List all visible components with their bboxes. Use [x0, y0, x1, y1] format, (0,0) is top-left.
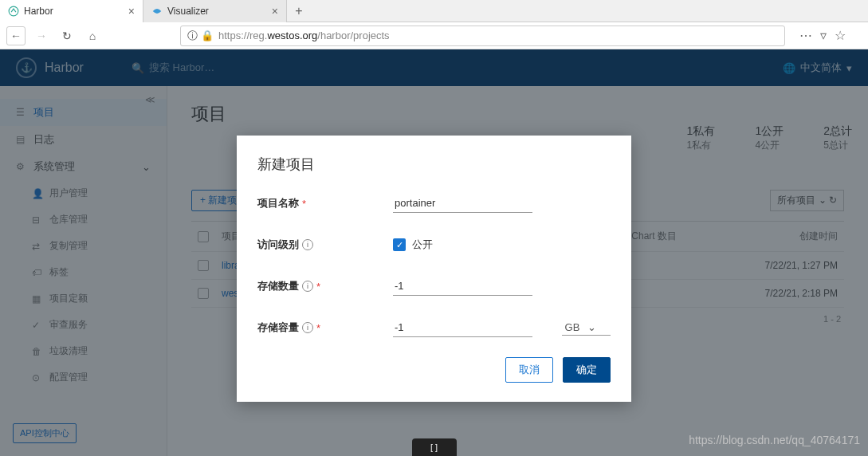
field-label-storage-cap: 存储容量 i *	[257, 320, 393, 335]
info-icon[interactable]: i	[302, 239, 313, 250]
storage-cap-input[interactable]	[393, 318, 532, 337]
chevron-down-icon: ⌄	[587, 321, 596, 333]
field-label-name: 项目名称*	[257, 196, 393, 210]
browser-tabs: Harbor × Visualizer × +	[0, 0, 868, 22]
browser-tab-visualizer[interactable]: Visualizer ×	[143, 0, 287, 22]
visualizer-favicon-icon	[151, 6, 163, 17]
modal-overlay[interactable]: 新建项目 项目名称* 访问级别 i ✓ 公开 存储数量 i *	[0, 49, 868, 456]
modal-title: 新建项目	[257, 155, 611, 174]
screenshot-tool-icon[interactable]: [ ]	[412, 438, 457, 456]
pocket-icon[interactable]: ▿	[820, 28, 827, 43]
back-button[interactable]: ←	[6, 26, 26, 45]
tab-title: Visualizer	[167, 6, 209, 17]
bookmark-icon[interactable]: ☆	[835, 28, 846, 43]
close-icon[interactable]: ×	[272, 5, 278, 18]
harbor-favicon-icon	[8, 6, 19, 17]
close-icon[interactable]: ×	[128, 5, 135, 18]
forward-button[interactable]: →	[32, 26, 51, 45]
more-icon[interactable]: ⋯	[799, 28, 812, 43]
project-name-input[interactable]	[393, 194, 532, 213]
public-label: 公开	[412, 238, 433, 252]
browser-tab-harbor[interactable]: Harbor ×	[0, 0, 143, 22]
tab-title: Harbor	[24, 6, 53, 17]
svg-point-0	[9, 6, 18, 16]
new-tab-button[interactable]: +	[287, 4, 311, 18]
app-root: ⚓ Harbor 🔍 搜索 Harbor… 🌐 中文简体 ▾ ≪ ☰ 项目 ▤ …	[0, 49, 868, 456]
storage-unit-select[interactable]: GB ⌄	[562, 320, 611, 336]
field-label-storage-count: 存储数量 i *	[257, 279, 393, 293]
field-label-access: 访问级别 i	[257, 238, 393, 252]
storage-count-input[interactable]	[393, 277, 532, 296]
url-bar[interactable]: ⓘ 🔒 https://reg.westos.org/harbor/projec…	[180, 26, 785, 46]
new-project-modal: 新建项目 项目名称* 访问级别 i ✓ 公开 存储数量 i *	[237, 136, 631, 402]
home-button[interactable]: ⌂	[83, 26, 102, 45]
reload-button[interactable]: ↻	[57, 26, 77, 45]
ok-button[interactable]: 确定	[563, 357, 611, 383]
public-checkbox[interactable]: ✓	[393, 238, 406, 251]
watermark: https://blog.csdn.net/qq_40764171	[689, 434, 860, 446]
lock-warning-icon[interactable]: 🔒	[201, 29, 214, 41]
info-icon[interactable]: i	[302, 281, 313, 292]
browser-toolbar: ← → ↻ ⌂ ⓘ 🔒 https://reg.westos.org/harbo…	[0, 22, 868, 49]
url-text: https://reg.westos.org/harbor/projects	[218, 29, 390, 41]
cancel-button[interactable]: 取消	[505, 357, 553, 383]
info-icon[interactable]: i	[302, 322, 313, 333]
info-icon[interactable]: ⓘ	[187, 29, 198, 43]
